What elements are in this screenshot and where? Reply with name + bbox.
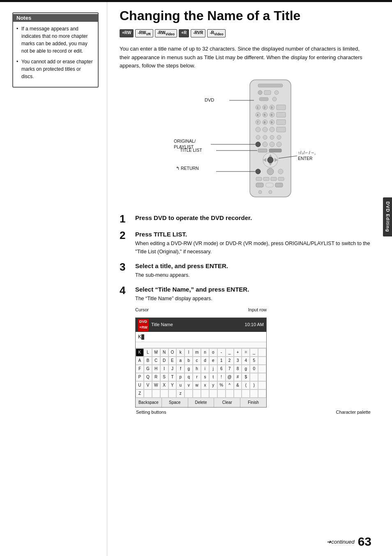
char-g2[interactable]: g [242, 365, 250, 373]
char-hash[interactable]: # [234, 373, 242, 381]
char-pct[interactable]: % [217, 381, 226, 389]
delete-button[interactable]: Delete [188, 398, 214, 407]
char-O[interactable]: O [168, 348, 177, 357]
char-X[interactable]: X [160, 381, 168, 389]
char-Z[interactable]: Z [136, 389, 144, 398]
char-E[interactable]: E [168, 357, 177, 365]
char-amp[interactable]: & [234, 381, 242, 389]
char-W[interactable]: W [152, 381, 160, 389]
char-p[interactable]: p [176, 373, 184, 381]
left-column: Notes If a message appears and indicates… [0, 0, 107, 556]
space-button[interactable]: Space [162, 398, 188, 407]
svg-rect-56 [266, 183, 273, 187]
char-6[interactable]: 6 [217, 365, 226, 373]
tns-cursor [141, 334, 144, 340]
char-eq[interactable]: = [242, 348, 250, 357]
char-n[interactable]: n [201, 348, 209, 357]
svg-point-29 [263, 127, 267, 132]
svg-point-28 [256, 127, 261, 132]
char-d[interactable]: d [201, 357, 209, 365]
char-q[interactable]: q [184, 373, 193, 381]
char-B[interactable]: B [144, 357, 152, 365]
svg-point-33 [263, 135, 267, 139]
char-Y[interactable]: Y [168, 381, 177, 389]
char-y[interactable]: y [209, 381, 217, 389]
char-w[interactable]: w [193, 381, 201, 389]
char-b[interactable]: b [184, 357, 193, 365]
backspace-button[interactable]: Backspace [136, 398, 162, 407]
char-empty4 [250, 373, 258, 381]
char-5[interactable]: 5 [250, 357, 258, 365]
char-m[interactable]: m [193, 348, 201, 357]
char-u[interactable]: u [176, 381, 184, 389]
char-g[interactable]: g [184, 365, 193, 373]
finish-button[interactable]: Finish [240, 398, 266, 407]
clear-button[interactable]: Clear [214, 398, 240, 407]
char-l[interactable]: l [184, 348, 193, 357]
char-underscore[interactable]: _ [226, 348, 234, 357]
char-s[interactable]: s [201, 373, 209, 381]
svg-text:2: 2 [264, 106, 265, 109]
char-A[interactable]: A [136, 357, 144, 365]
char-rparen[interactable]: ) [250, 381, 258, 389]
char-N[interactable]: N [160, 348, 168, 357]
char-lparen[interactable]: ( [242, 381, 250, 389]
char-z[interactable]: z [176, 389, 184, 398]
char-D[interactable]: D [160, 357, 168, 365]
char-0[interactable]: 0 [250, 365, 258, 373]
char-k[interactable]: k [176, 348, 184, 357]
char-excl[interactable]: ! [217, 373, 226, 381]
char-o[interactable]: o [209, 348, 217, 357]
input-row-label: Input row [248, 306, 267, 313]
char-dollar[interactable]: $ [242, 373, 250, 381]
char-caret[interactable]: ^ [226, 381, 234, 389]
char-Q[interactable]: Q [144, 373, 152, 381]
char-c[interactable]: c [193, 357, 201, 365]
char-M[interactable]: M [152, 348, 160, 357]
char-H[interactable]: H [152, 365, 160, 373]
char-dash[interactable]: - [217, 348, 226, 357]
svg-text:TITLE LIST: TITLE LIST [180, 148, 202, 153]
char-t[interactable]: t [209, 373, 217, 381]
char-L[interactable]: L [144, 348, 152, 357]
char-F[interactable]: F [136, 365, 144, 373]
char-V[interactable]: V [144, 381, 152, 389]
note-item-2: You cannot add or erase chapter marks on… [16, 58, 95, 80]
char-C[interactable]: C [152, 357, 160, 365]
char-7[interactable]: 7 [226, 365, 234, 373]
char-a[interactable]: a [176, 357, 184, 365]
char-e[interactable]: e [209, 357, 217, 365]
char-x[interactable]: x [201, 381, 209, 389]
badge-rwvr: -RWVR [135, 29, 153, 37]
continued-text: ➜continued [327, 539, 354, 545]
svg-point-32 [256, 135, 260, 139]
char-J[interactable]: J [168, 365, 177, 373]
char-2[interactable]: 2 [226, 357, 234, 365]
char-uscore2[interactable]: _ [250, 348, 258, 357]
char-plus[interactable]: + [234, 348, 242, 357]
char-empty7 [144, 389, 152, 398]
char-at[interactable]: @ [226, 373, 234, 381]
char-U[interactable]: U [136, 381, 144, 389]
char-P[interactable]: P [136, 373, 144, 381]
char-G[interactable]: G [144, 365, 152, 373]
char-I[interactable]: I [160, 365, 168, 373]
char-f[interactable]: f [176, 365, 184, 373]
svg-text:1: 1 [257, 106, 258, 109]
char-8[interactable]: 8 [234, 365, 242, 373]
char-v[interactable]: v [184, 381, 193, 389]
char-j[interactable]: j [209, 365, 217, 373]
char-T[interactable]: T [168, 373, 177, 381]
char-h[interactable]: h [193, 365, 201, 373]
char-1[interactable]: 1 [217, 357, 226, 365]
char-r[interactable]: r [193, 373, 201, 381]
cursor-label: Cursor [135, 306, 149, 313]
svg-rect-53 [271, 177, 277, 181]
char-i[interactable]: i [201, 365, 209, 373]
char-3[interactable]: 3 [234, 357, 242, 365]
char-R[interactable]: R [152, 373, 160, 381]
svg-point-49 [267, 168, 274, 175]
char-K[interactable]: K [136, 348, 144, 357]
char-S[interactable]: S [160, 373, 168, 381]
char-4[interactable]: 4 [242, 357, 250, 365]
